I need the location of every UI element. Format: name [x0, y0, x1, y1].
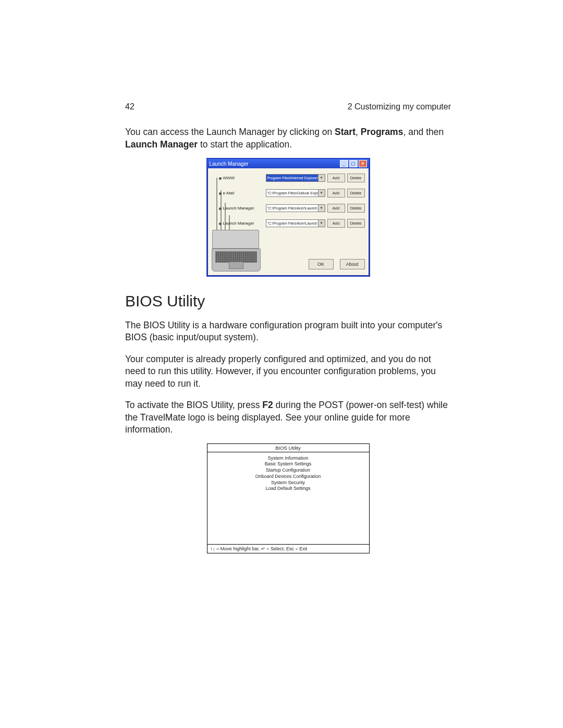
bios-menu-item: Onboard Devices Configuration [207, 474, 369, 480]
bios-footer-hint: ↑↓ = Move highlight bar, ↵ = Select, Esc… [207, 545, 369, 553]
bios-p2: Your computer is already properly config… [125, 353, 451, 390]
launch-manager-window: Launch Manager _ ▢ ✕ WWW Program Files\I… [206, 158, 370, 277]
window-title: Launch Manager [210, 161, 249, 167]
lm-row: WWW Program Files\Internet Explorer\iexp… [212, 174, 365, 182]
bios-menu: System Information Basic System Settings… [207, 452, 369, 545]
page-header: 42 2 Customizing my computer [125, 102, 451, 112]
chevron-down-icon[interactable]: ▼ [318, 205, 325, 212]
page-number: 42 [125, 102, 134, 112]
about-button[interactable]: About [340, 259, 365, 269]
bios-menu-item: System Security [207, 480, 369, 486]
bios-box-title: BIOS Utility [207, 444, 369, 452]
bios-p1: The BIOS Utility is a hardware configura… [125, 319, 451, 344]
lm-path-field[interactable]: "C:\Program Files\Outlook Express\msimn.… [266, 189, 325, 197]
add-button[interactable]: Add [327, 219, 345, 228]
bios-menu-item: Startup Configuration [207, 467, 369, 474]
intro-paragraph: You can access the Launch Manager by cli… [125, 126, 451, 151]
lm-row: e-Mail "C:\Program Files\Outlook Express… [212, 189, 365, 198]
lm-row: Launch Manager "C:\Program Files\Acer\La… [212, 219, 365, 228]
close-icon[interactable]: ✕ [359, 160, 367, 167]
bios-menu-item: System Information [207, 455, 369, 462]
delete-button[interactable]: Delete [347, 219, 365, 228]
window-titlebar: Launch Manager _ ▢ ✕ [207, 159, 369, 168]
lm-label: WWW [212, 176, 266, 180]
maximize-icon[interactable]: ▢ [349, 160, 358, 167]
chapter-title: 2 Customizing my computer [348, 102, 451, 112]
delete-button[interactable]: Delete [347, 204, 365, 213]
lm-label: Launch Manager [212, 221, 266, 226]
ok-button[interactable]: OK [309, 259, 334, 269]
chevron-down-icon[interactable]: ▼ [318, 220, 325, 227]
bios-p3: To activate the BIOS Utility, press F2 d… [125, 399, 451, 436]
lm-label: e-Mail [212, 191, 266, 195]
laptop-illustration [212, 230, 260, 272]
minimize-icon[interactable]: _ [340, 160, 348, 167]
delete-button[interactable]: Delete [347, 189, 365, 198]
add-button[interactable]: Add [327, 189, 345, 198]
bios-menu-item: Basic System Settings [207, 461, 369, 467]
lm-row: Launch Manager "C:\Program Files\Acer\La… [212, 204, 365, 213]
chevron-down-icon[interactable]: ▼ [318, 175, 325, 181]
bios-utility-box: BIOS Utility System Information Basic Sy… [207, 443, 370, 553]
add-button[interactable]: Add [327, 204, 345, 213]
bios-menu-item: Load Default Settings [207, 486, 369, 492]
lm-path-field[interactable]: "C:\Program Files\Acer\Launch Manager\Qt… [266, 204, 325, 212]
lm-path-field[interactable]: "C:\Program Files\Acer\Launch Manager\Qt… [266, 219, 325, 227]
lm-path-field[interactable]: Program Files\Internet Explorer\iexplore… [266, 174, 325, 182]
bios-heading: BIOS Utility [125, 292, 451, 310]
lm-label: Launch Manager [212, 206, 266, 211]
chevron-down-icon[interactable]: ▼ [318, 190, 325, 196]
delete-button[interactable]: Delete [347, 174, 365, 182]
add-button[interactable]: Add [327, 174, 345, 182]
